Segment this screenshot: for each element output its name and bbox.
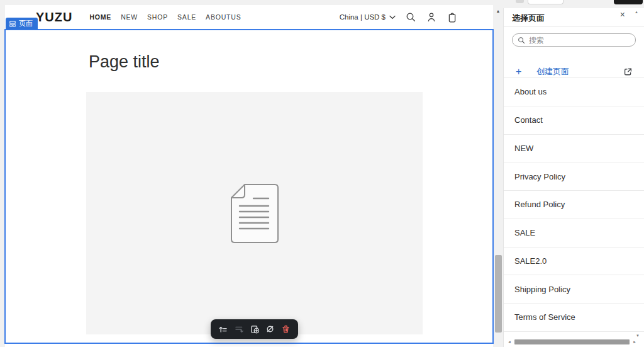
preview-header: YUZU HOME NEW SHOP SALE ABOUTUS China | …: [5, 5, 493, 29]
page-list-item[interactable]: SALE2.0: [504, 247, 644, 276]
horizontal-scrollbar-thumb[interactable]: [514, 339, 630, 344]
page-list-item[interactable]: Refund Policy: [504, 191, 644, 219]
panel-divider: [504, 26, 644, 26]
chrome-sliver-toggle: [516, 0, 524, 3]
nav-link-new[interactable]: NEW: [121, 13, 138, 21]
chevron-down-icon: [389, 15, 396, 20]
nav-link-home[interactable]: HOME: [89, 13, 111, 21]
plus-icon[interactable]: +: [516, 66, 521, 77]
preview-header-right: China | USD $: [340, 11, 493, 23]
nav-link-shop[interactable]: SHOP: [147, 13, 168, 21]
page-list-item[interactable]: SALE: [504, 219, 644, 247]
page-list-item[interactable]: About us: [504, 78, 644, 106]
document-placeholder-icon: [231, 184, 279, 243]
page-content-placeholder: [86, 92, 423, 334]
delete-section-button[interactable]: [279, 322, 292, 336]
theme-editor: YUZU HOME NEW SHOP SALE ABOUTUS China | …: [0, 0, 644, 347]
page-list-item[interactable]: Privacy Policy: [504, 162, 644, 191]
section-badge[interactable]: 页面: [6, 18, 38, 30]
locale-currency-selector[interactable]: China | USD $: [340, 13, 396, 21]
section-icon: [9, 21, 16, 27]
store-logo[interactable]: YUZU: [36, 10, 72, 25]
page-list-item[interactable]: Contact: [504, 106, 644, 135]
page-search-input[interactable]: [529, 36, 630, 45]
open-pages-admin-icon[interactable]: [624, 68, 632, 76]
scroll-left-arrow[interactable]: ◂: [506, 339, 513, 344]
section-toolbar: [211, 319, 298, 339]
page-search-box: [512, 33, 636, 47]
panel-scroll-down-arrow[interactable]: ▼: [636, 334, 640, 338]
nav-link-aboutus[interactable]: ABOUTUS: [206, 13, 241, 21]
panel-scroll-up-arrow[interactable]: ▲: [635, 10, 638, 14]
nav-link-sale[interactable]: SALE: [177, 13, 196, 21]
page-title: Page title: [89, 52, 160, 72]
locale-label: China | USD $: [340, 13, 386, 21]
panel-title: 选择页面: [512, 13, 545, 24]
search-icon: [518, 37, 525, 44]
select-page-panel: 选择页面 × + 创建页面 About us Contact NEW Priva…: [503, 8, 644, 347]
page-list-item[interactable]: Terms of Service: [504, 304, 644, 332]
chrome-sliver-save-button: [614, 0, 643, 4]
close-icon[interactable]: ×: [620, 10, 625, 19]
panel-horizontal-scrollbar: ◂ ▸: [504, 339, 644, 344]
page-list-item[interactable]: NEW: [504, 135, 644, 163]
duplicate-section-button[interactable]: [248, 322, 261, 336]
search-icon[interactable]: [405, 11, 416, 23]
preview-nav: HOME NEW SHOP SALE ABOUTUS: [89, 13, 241, 21]
preview-canvas: YUZU HOME NEW SHOP SALE ABOUTUS China | …: [5, 5, 493, 347]
create-page-button[interactable]: 创建页面: [536, 66, 569, 77]
cart-icon[interactable]: [447, 11, 458, 23]
move-section-down-button[interactable]: [232, 322, 245, 336]
canvas-scrollbar-thumb[interactable]: [495, 255, 502, 333]
account-icon[interactable]: [426, 11, 437, 23]
section-badge-label: 页面: [19, 19, 33, 28]
scroll-right-arrow[interactable]: ▸: [631, 339, 638, 344]
hide-section-button[interactable]: [264, 322, 277, 336]
canvas-scroll-up-arrow[interactable]: ▲: [494, 9, 502, 13]
move-section-up-button[interactable]: [216, 322, 230, 336]
page-list-item[interactable]: Shipping Policy: [504, 275, 644, 304]
page-list: About us Contact NEW Privacy Policy Refu…: [504, 77, 644, 332]
chrome-sliver-segmented-control: [528, 0, 564, 4]
